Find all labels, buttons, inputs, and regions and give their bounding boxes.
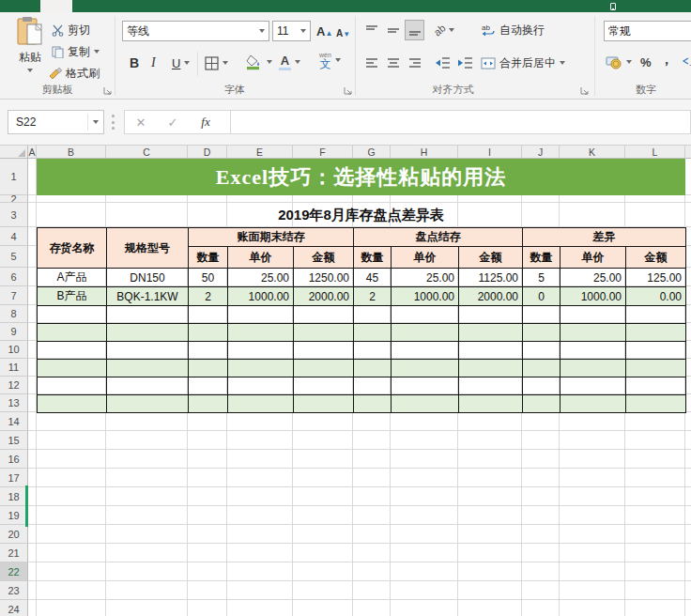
number-format-combo[interactable]: 常规 (604, 21, 691, 41)
name-box[interactable]: S22 (8, 110, 104, 134)
active-ribbon-tab-notch[interactable] (40, 0, 72, 12)
cell[interactable] (459, 324, 523, 342)
cell[interactable] (354, 324, 392, 342)
comma-style-button[interactable]: ， (660, 51, 673, 69)
row-header-21[interactable]: 21 (0, 544, 28, 562)
align-bottom-button[interactable] (405, 20, 424, 40)
cancel-icon[interactable]: ✕ (125, 116, 157, 130)
cell[interactable] (189, 395, 228, 413)
copy-dropdown-caret[interactable] (94, 50, 100, 54)
header-price[interactable]: 单价 (560, 247, 626, 269)
header-spec[interactable]: 规格型号 (107, 228, 189, 269)
row-header-15[interactable]: 15 (0, 431, 28, 450)
accounting-caret[interactable] (626, 60, 632, 64)
merge-center-button[interactable]: 合并后居中 (481, 54, 565, 72)
phonetic-caret[interactable] (335, 58, 341, 62)
cell[interactable] (107, 306, 189, 324)
cell[interactable] (392, 342, 459, 360)
cell[interactable] (38, 377, 107, 395)
wrap-text-button[interactable]: ab 自动换行 (481, 21, 545, 39)
cell[interactable]: 25.00 (228, 269, 294, 287)
column-header-H[interactable]: H (391, 146, 458, 159)
cell[interactable] (626, 342, 686, 360)
cell[interactable] (189, 324, 228, 342)
header-qty[interactable]: 数量 (354, 247, 392, 269)
cell[interactable] (560, 306, 626, 324)
column-header-C[interactable]: C (106, 146, 188, 159)
cell[interactable] (459, 306, 523, 324)
column-header-B[interactable]: B (37, 146, 106, 159)
fill-color-caret[interactable] (267, 60, 272, 64)
cell[interactable] (523, 342, 560, 360)
row-header-24[interactable]: 24 (0, 600, 28, 616)
header-qty[interactable]: 数量 (523, 247, 560, 269)
cell[interactable]: 1125.00 (459, 269, 523, 287)
cell[interactable] (392, 377, 459, 395)
cell[interactable] (523, 377, 560, 395)
underline-caret[interactable] (184, 61, 190, 65)
cell[interactable] (523, 306, 560, 324)
copy-button[interactable]: 复制 (52, 42, 100, 61)
row-header-5[interactable]: 5 (0, 246, 28, 268)
cell[interactable]: A产品 (38, 269, 107, 287)
cell[interactable] (107, 377, 189, 395)
row-header-22[interactable]: 22 (0, 562, 28, 581)
cell[interactable]: B产品 (38, 287, 107, 306)
row-header-6[interactable]: 6 (0, 268, 28, 286)
cell[interactable] (294, 342, 354, 360)
font-size-combo[interactable]: 11 (272, 21, 311, 41)
row-header-3[interactable]: 3 (0, 203, 28, 227)
cell[interactable] (459, 342, 523, 360)
orientation-caret[interactable] (449, 28, 454, 32)
cell[interactable] (228, 395, 294, 413)
header-name[interactable]: 存货名称 (38, 228, 107, 269)
row-header-12[interactable]: 12 (0, 377, 28, 394)
fill-color-button[interactable] (245, 53, 272, 71)
cell[interactable]: 1000.00 (560, 287, 626, 306)
row-header-1[interactable]: 1 (0, 159, 28, 195)
cell[interactable] (392, 395, 459, 413)
header-book-balance[interactable]: 账面期末结存 (189, 228, 354, 247)
cell[interactable] (626, 395, 686, 413)
header-price[interactable]: 单价 (392, 247, 459, 269)
cell[interactable] (38, 395, 107, 413)
cell[interactable] (228, 342, 294, 360)
cell[interactable] (228, 306, 294, 324)
cell[interactable]: 2 (354, 287, 392, 306)
header-amount[interactable]: 金额 (294, 247, 354, 269)
cell[interactable] (189, 377, 228, 395)
cell[interactable] (459, 377, 523, 395)
row-header-19[interactable]: 19 (0, 506, 28, 525)
cell[interactable] (189, 360, 228, 377)
decrease-indent-button[interactable] (433, 54, 452, 72)
orientation-button[interactable]: ab (434, 21, 454, 39)
cell[interactable] (459, 360, 523, 377)
cell[interactable] (392, 324, 459, 342)
cell[interactable]: 1000.00 (228, 287, 294, 306)
cell[interactable] (228, 324, 294, 342)
column-header-K[interactable]: K (560, 146, 625, 159)
cell[interactable]: 1000.00 (392, 287, 459, 306)
paste-dropdown-caret[interactable] (27, 69, 33, 72)
column-header-M[interactable]: M (685, 146, 691, 159)
cell[interactable] (294, 324, 354, 342)
cell[interactable] (189, 342, 228, 360)
format-painter-button[interactable]: 格式刷 (49, 64, 100, 83)
cell[interactable] (626, 306, 686, 324)
font-color-caret[interactable] (295, 60, 300, 64)
row-header-4[interactable]: 4 (0, 227, 28, 246)
row-header-18[interactable]: 18 (0, 487, 28, 506)
cell[interactable] (107, 360, 189, 377)
cell[interactable] (354, 306, 392, 324)
cell[interactable]: 5 (523, 269, 560, 287)
column-header-L[interactable]: L (625, 146, 685, 159)
column-header-D[interactable]: D (188, 146, 227, 159)
cell[interactable]: 0 (523, 287, 560, 306)
cell[interactable] (38, 324, 107, 342)
cell[interactable]: BQK-1.1KW (107, 287, 189, 306)
align-right-button[interactable] (406, 54, 424, 72)
row-header-7[interactable]: 7 (0, 286, 28, 305)
cell[interactable] (560, 360, 626, 377)
cell[interactable] (354, 377, 392, 395)
cell[interactable] (560, 324, 626, 342)
